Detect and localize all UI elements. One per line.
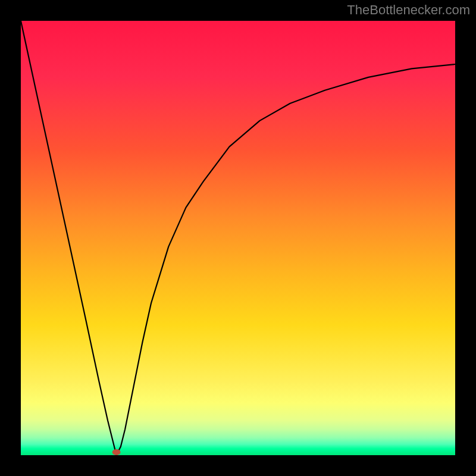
attribution-text: TheBottlenecker.com — [347, 2, 470, 18]
chart-plot-area — [21, 21, 455, 455]
minimum-marker — [112, 449, 121, 455]
chart-frame: TheBottlenecker.com — [0, 0, 476, 476]
bottleneck-curve — [21, 21, 455, 455]
